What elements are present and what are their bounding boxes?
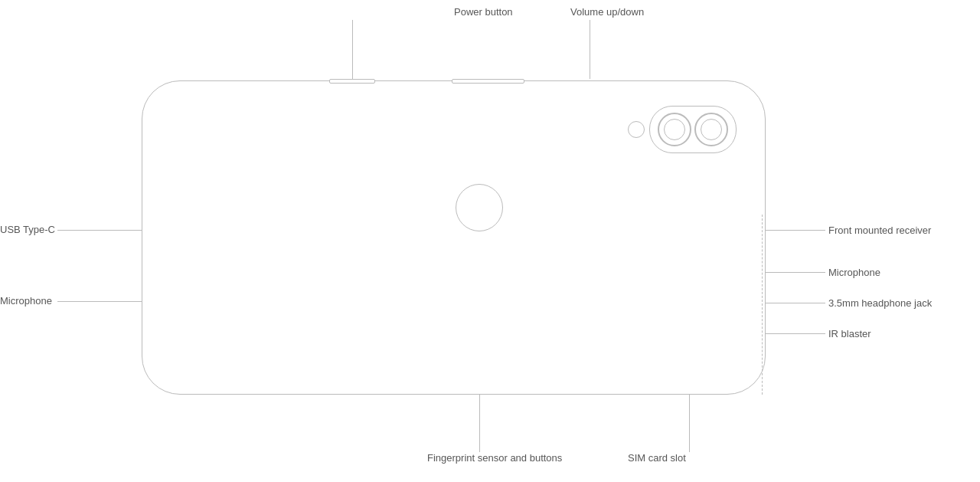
camera-dual: [649, 106, 737, 153]
camera-lens-left-inner: [664, 119, 685, 140]
mic-left-label: Microphone: [0, 295, 52, 307]
fingerprint-sensor: [456, 184, 503, 231]
mic-right-line: [766, 272, 825, 273]
mic-right-label: Microphone: [828, 267, 880, 278]
receiver-line: [766, 230, 825, 231]
headphone-label: 3.5mm headphone jack: [828, 297, 932, 309]
volume-line: [590, 20, 590, 79]
headphone-line: [766, 303, 825, 303]
camera-flash: [628, 121, 645, 138]
camera-lens-left: [658, 113, 691, 146]
power-button-hw: [329, 79, 375, 84]
receiver-label: Front mounted receiver: [828, 225, 931, 236]
fingerprint-line: [479, 395, 480, 452]
volume-label: Volume up/down: [570, 6, 644, 18]
ir-line: [766, 333, 825, 334]
usb-line: [57, 230, 142, 231]
ir-label: IR blaster: [828, 328, 871, 339]
camera-lens-right: [694, 113, 728, 146]
power-button-line: [352, 20, 353, 79]
sim-line: [689, 395, 690, 452]
right-side-dashed: [762, 215, 763, 395]
usb-label: USB Type-C: [0, 224, 55, 235]
power-button-label: Power button: [454, 6, 513, 18]
diagram-container: Power button Volume up/down USB Type-C M…: [0, 0, 980, 482]
camera-lens-right-inner: [701, 119, 722, 140]
camera-area: [628, 106, 961, 153]
sim-label: SIM card slot: [628, 452, 686, 464]
fingerprint-label: Fingerprint sensor and buttons: [427, 452, 562, 464]
volume-button-hw: [452, 79, 524, 84]
mic-left-line: [57, 301, 142, 302]
